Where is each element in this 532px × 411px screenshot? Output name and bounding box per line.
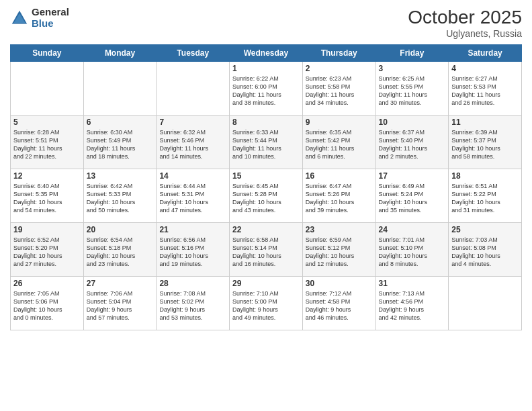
table-row [11, 62, 84, 116]
day-info: Sunrise: 6:59 AM Sunset: 5:12 PM Dayligh… [306, 236, 373, 269]
day-number: 14 [159, 171, 226, 181]
day-info: Sunrise: 6:37 AM Sunset: 5:40 PM Dayligh… [379, 128, 446, 161]
day-number: 24 [379, 225, 446, 234]
table-row: 18Sunrise: 6:51 AM Sunset: 5:22 PM Dayli… [449, 169, 522, 223]
logo-blue: Blue [32, 18, 69, 30]
col-thursday: Thursday [302, 45, 375, 62]
col-tuesday: Tuesday [157, 45, 230, 62]
table-row [449, 277, 522, 330]
day-info: Sunrise: 6:27 AM Sunset: 5:53 PM Dayligh… [451, 75, 519, 107]
day-number: 10 [379, 118, 446, 127]
table-row: 8Sunrise: 6:33 AM Sunset: 5:44 PM Daylig… [230, 116, 303, 169]
calendar: Sunday Monday Tuesday Wednesday Thursday… [10, 44, 522, 330]
day-info: Sunrise: 6:28 AM Sunset: 5:51 PM Dayligh… [13, 128, 81, 161]
month-title: October 2025 [408, 7, 522, 28]
day-info: Sunrise: 6:49 AM Sunset: 5:24 PM Dayligh… [379, 182, 446, 215]
day-number: 27 [87, 279, 154, 288]
table-row: 4Sunrise: 6:27 AM Sunset: 5:53 PM Daylig… [449, 62, 522, 116]
table-row: 2Sunrise: 6:23 AM Sunset: 5:58 PM Daylig… [302, 62, 375, 116]
table-row: 25Sunrise: 7:03 AM Sunset: 5:08 PM Dayli… [449, 223, 522, 277]
day-info: Sunrise: 6:40 AM Sunset: 5:35 PM Dayligh… [13, 182, 81, 215]
day-number: 11 [451, 118, 519, 127]
day-info: Sunrise: 6:33 AM Sunset: 5:44 PM Dayligh… [232, 128, 300, 161]
table-row [157, 62, 230, 116]
table-row: 15Sunrise: 6:45 AM Sunset: 5:28 PM Dayli… [230, 169, 303, 223]
calendar-week-row: 12Sunrise: 6:40 AM Sunset: 5:35 PM Dayli… [11, 169, 522, 223]
day-info: Sunrise: 6:52 AM Sunset: 5:20 PM Dayligh… [13, 236, 81, 269]
table-row: 12Sunrise: 6:40 AM Sunset: 5:35 PM Dayli… [11, 169, 84, 223]
day-info: Sunrise: 6:56 AM Sunset: 5:16 PM Dayligh… [159, 236, 226, 269]
day-info: Sunrise: 6:23 AM Sunset: 5:58 PM Dayligh… [306, 75, 373, 107]
table-row: 21Sunrise: 6:56 AM Sunset: 5:16 PM Dayli… [157, 223, 230, 277]
location: Uglyanets, Russia [408, 28, 522, 39]
table-row: 17Sunrise: 6:49 AM Sunset: 5:24 PM Dayli… [375, 169, 449, 223]
day-info: Sunrise: 6:25 AM Sunset: 5:55 PM Dayligh… [379, 75, 446, 107]
day-number: 19 [13, 225, 81, 234]
day-info: Sunrise: 7:05 AM Sunset: 5:06 PM Dayligh… [13, 289, 81, 322]
day-number: 4 [451, 64, 519, 73]
table-row: 13Sunrise: 6:42 AM Sunset: 5:33 PM Dayli… [83, 169, 157, 223]
day-info: Sunrise: 6:58 AM Sunset: 5:14 PM Dayligh… [232, 236, 300, 269]
table-row: 28Sunrise: 7:08 AM Sunset: 5:02 PM Dayli… [157, 277, 230, 330]
day-number: 1 [232, 64, 300, 73]
day-number: 16 [306, 171, 373, 181]
day-number: 17 [379, 171, 446, 181]
day-info: Sunrise: 6:51 AM Sunset: 5:22 PM Dayligh… [451, 182, 519, 215]
col-saturday: Saturday [449, 45, 522, 62]
day-info: Sunrise: 7:08 AM Sunset: 5:02 PM Dayligh… [159, 289, 226, 322]
table-row: 1Sunrise: 6:22 AM Sunset: 6:00 PM Daylig… [230, 62, 303, 116]
day-number: 20 [87, 225, 154, 234]
day-number: 6 [87, 118, 154, 127]
table-row: 26Sunrise: 7:05 AM Sunset: 5:06 PM Dayli… [11, 277, 84, 330]
page-container: General Blue October 2025 Uglyanets, Rus… [0, 0, 532, 411]
col-wednesday: Wednesday [230, 45, 303, 62]
table-row: 5Sunrise: 6:28 AM Sunset: 5:51 PM Daylig… [11, 116, 84, 169]
day-info: Sunrise: 6:44 AM Sunset: 5:31 PM Dayligh… [159, 182, 226, 215]
day-number: 9 [306, 118, 373, 127]
day-number: 2 [306, 64, 373, 73]
day-info: Sunrise: 6:30 AM Sunset: 5:49 PM Dayligh… [87, 128, 154, 161]
table-row: 10Sunrise: 6:37 AM Sunset: 5:40 PM Dayli… [375, 116, 449, 169]
logo-general: General [32, 7, 69, 18]
col-monday: Monday [83, 45, 157, 62]
day-number: 30 [306, 279, 373, 288]
day-info: Sunrise: 6:42 AM Sunset: 5:33 PM Dayligh… [87, 182, 154, 215]
calendar-week-row: 1Sunrise: 6:22 AM Sunset: 6:00 PM Daylig… [11, 62, 522, 116]
calendar-header-row: Sunday Monday Tuesday Wednesday Thursday… [11, 45, 522, 62]
table-row: 3Sunrise: 6:25 AM Sunset: 5:55 PM Daylig… [375, 62, 449, 116]
logo: General Blue [10, 7, 69, 29]
logo-icon [10, 9, 29, 28]
table-row: 22Sunrise: 6:58 AM Sunset: 5:14 PM Dayli… [230, 223, 303, 277]
day-info: Sunrise: 6:54 AM Sunset: 5:18 PM Dayligh… [87, 236, 154, 269]
day-info: Sunrise: 6:32 AM Sunset: 5:46 PM Dayligh… [159, 128, 226, 161]
col-sunday: Sunday [11, 45, 84, 62]
table-row: 14Sunrise: 6:44 AM Sunset: 5:31 PM Dayli… [157, 169, 230, 223]
table-row [83, 62, 157, 116]
table-row: 6Sunrise: 6:30 AM Sunset: 5:49 PM Daylig… [83, 116, 157, 169]
table-row: 24Sunrise: 7:01 AM Sunset: 5:10 PM Dayli… [375, 223, 449, 277]
day-number: 3 [379, 64, 446, 73]
table-row: 11Sunrise: 6:39 AM Sunset: 5:37 PM Dayli… [449, 116, 522, 169]
table-row: 7Sunrise: 6:32 AM Sunset: 5:46 PM Daylig… [157, 116, 230, 169]
day-info: Sunrise: 7:06 AM Sunset: 5:04 PM Dayligh… [87, 289, 154, 322]
day-number: 15 [232, 171, 300, 181]
col-friday: Friday [375, 45, 449, 62]
day-number: 26 [13, 279, 81, 288]
day-info: Sunrise: 7:01 AM Sunset: 5:10 PM Dayligh… [379, 236, 446, 269]
day-info: Sunrise: 7:13 AM Sunset: 4:56 PM Dayligh… [379, 289, 446, 322]
table-row: 23Sunrise: 6:59 AM Sunset: 5:12 PM Dayli… [302, 223, 375, 277]
day-number: 18 [451, 171, 519, 181]
day-info: Sunrise: 6:39 AM Sunset: 5:37 PM Dayligh… [451, 128, 519, 161]
table-row: 19Sunrise: 6:52 AM Sunset: 5:20 PM Dayli… [11, 223, 84, 277]
day-info: Sunrise: 6:35 AM Sunset: 5:42 PM Dayligh… [306, 128, 373, 161]
table-row: 31Sunrise: 7:13 AM Sunset: 4:56 PM Dayli… [375, 277, 449, 330]
day-number: 7 [159, 118, 226, 127]
day-number: 31 [379, 279, 446, 288]
day-info: Sunrise: 6:22 AM Sunset: 6:00 PM Dayligh… [232, 75, 300, 107]
table-row: 16Sunrise: 6:47 AM Sunset: 5:26 PM Dayli… [302, 169, 375, 223]
header: General Blue October 2025 Uglyanets, Rus… [10, 7, 522, 39]
calendar-week-row: 26Sunrise: 7:05 AM Sunset: 5:06 PM Dayli… [11, 277, 522, 330]
day-number: 29 [232, 279, 300, 288]
day-number: 22 [232, 225, 300, 234]
calendar-week-row: 5Sunrise: 6:28 AM Sunset: 5:51 PM Daylig… [11, 116, 522, 169]
